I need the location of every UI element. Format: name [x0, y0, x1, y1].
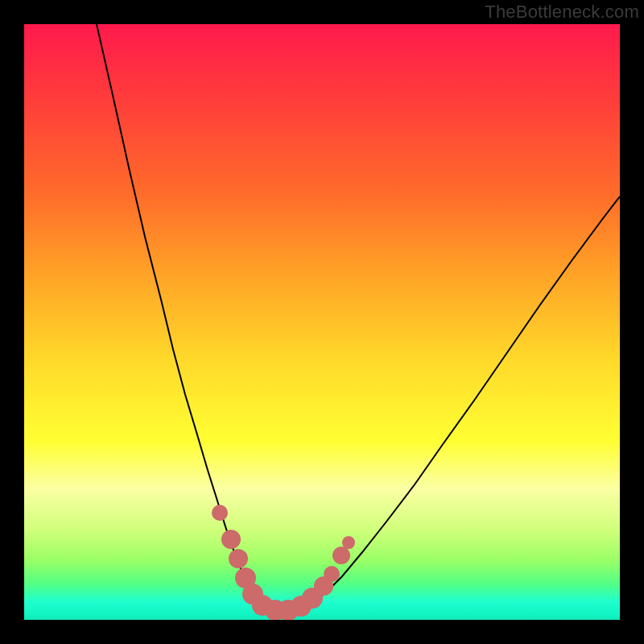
- bottleneck-curve: [97, 24, 620, 612]
- watermark-text: TheBottleneck.com: [485, 2, 639, 23]
- curve-marker: [332, 547, 350, 564]
- curve-marker: [324, 566, 340, 582]
- curve-marker: [229, 549, 248, 568]
- chart-svg: [24, 24, 620, 620]
- marker-group: [212, 505, 355, 620]
- plot-area: [24, 24, 620, 620]
- curve-marker: [221, 530, 241, 549]
- curve-marker: [212, 505, 228, 521]
- chart-frame: TheBottleneck.com: [0, 0, 644, 644]
- curve-marker: [342, 536, 355, 549]
